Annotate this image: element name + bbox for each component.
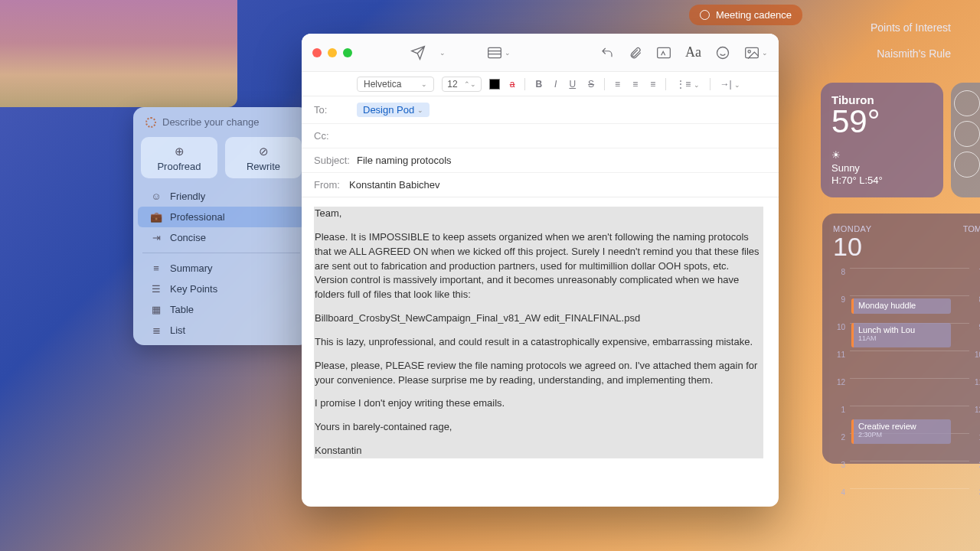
subject-label: Subject: xyxy=(314,155,357,166)
points-of-interest-link[interactable]: Points of Interest xyxy=(871,21,951,34)
clock-icon xyxy=(954,121,980,147)
separator xyxy=(142,253,300,253)
underline-button[interactable]: U xyxy=(567,79,578,90)
cc-row[interactable]: Cc: xyxy=(302,124,779,148)
send-options-dropdown[interactable]: ⌄ xyxy=(439,49,446,57)
hour-row: 1110 xyxy=(833,350,980,378)
calendar-tomorrow-label: TOM xyxy=(963,224,980,233)
meeting-cadence-tag[interactable]: Meeting cadence xyxy=(689,5,802,25)
zoom-button[interactable] xyxy=(343,48,352,57)
separator xyxy=(710,78,710,90)
subject-value: File naming protocols xyxy=(357,155,452,166)
selected-text: Team, Please. It is IMPOSSIBLE to keep a… xyxy=(314,207,763,458)
smile-icon: ☺ xyxy=(150,191,162,202)
chevron-updown-icon: ⌄ xyxy=(421,80,427,88)
strikethrough-button[interactable]: S xyxy=(586,79,596,90)
format-keypoints[interactable]: ☰Key Points xyxy=(138,279,305,299)
format-button[interactable]: Aa xyxy=(685,44,701,60)
concise-label: Concise xyxy=(170,232,206,243)
hour-row: 43 xyxy=(833,488,980,516)
weather-condition: Sunny xyxy=(831,162,933,174)
sparkle-icon xyxy=(145,117,156,128)
calendar-event[interactable]: Lunch with Lou11AM xyxy=(851,323,951,347)
markup-button[interactable] xyxy=(656,46,671,60)
compose-window: ⌄ ⌄ Aa ⌄ Helvetica⌄ 12⌃⌄ a B I U S ≡ ≡ ≡… xyxy=(302,34,779,507)
list-button[interactable]: ⋮≡ ⌄ xyxy=(674,79,701,90)
body-paragraph: Billboard_CrosbySt_NewCampaign_Final_v81… xyxy=(315,311,763,326)
weather-widget[interactable]: Tiburon 59° ☀︎ Sunny H:70° L:54° xyxy=(821,83,943,197)
to-label: To: xyxy=(314,104,357,116)
recipient-name: Design Pod xyxy=(363,104,414,116)
close-button[interactable] xyxy=(312,48,322,57)
minimize-button[interactable] xyxy=(328,48,337,57)
svg-point-2 xyxy=(717,47,729,58)
tone-professional[interactable]: 💼Professional xyxy=(138,207,305,227)
chevron-down-icon: ⌄ xyxy=(417,106,423,114)
photo-button[interactable]: ⌄ xyxy=(744,46,768,60)
font-size: 12 xyxy=(447,79,457,90)
emoji-button[interactable] xyxy=(715,45,730,60)
table-label: Table xyxy=(170,304,194,315)
proofread-button[interactable]: ⊕ Proofread xyxy=(141,137,217,178)
grid-icon: ▦ xyxy=(150,304,162,315)
header-fields-button[interactable]: ⌄ xyxy=(487,46,511,60)
describe-change-prompt[interactable]: Describe your change xyxy=(133,107,309,137)
pencil-circle-icon: ⊘ xyxy=(228,145,299,158)
from-row[interactable]: From: Konstantin Babichev xyxy=(302,173,779,197)
clock-icon xyxy=(954,90,980,116)
recipient-pill[interactable]: Design Pod⌄ xyxy=(357,103,430,117)
meeting-tag-label: Meeting cadence xyxy=(716,9,792,21)
bold-button[interactable]: B xyxy=(533,79,544,90)
message-body[interactable]: Team, Please. It is IMPOSSIBLE to keep a… xyxy=(302,197,779,507)
text-color-swatch[interactable] xyxy=(489,79,500,90)
format-list[interactable]: ≣List xyxy=(138,320,305,341)
format-bar: Helvetica⌄ 12⌃⌄ a B I U S ≡ ≡ ≡ ⋮≡ ⌄ →| … xyxy=(302,72,779,96)
svg-rect-0 xyxy=(488,47,501,57)
calendar-event[interactable]: Monday huddle xyxy=(851,298,951,314)
calendar-widget[interactable]: MONDAY 10 TOM 879810911101211112213243Mo… xyxy=(822,214,980,464)
send-button[interactable] xyxy=(410,45,426,60)
compress-icon: ⇥ xyxy=(150,232,162,243)
separator xyxy=(665,78,666,90)
bullets-icon: ☰ xyxy=(150,283,162,295)
font-family-select[interactable]: Helvetica⌄ xyxy=(357,77,434,92)
list-icon: ≣ xyxy=(150,324,162,336)
align-right-button[interactable]: ≡ xyxy=(648,79,658,90)
reply-button[interactable] xyxy=(599,46,615,60)
tone-friendly[interactable]: ☺Friendly xyxy=(138,186,305,207)
format-summary[interactable]: ≡Summary xyxy=(138,258,305,279)
calendar-daynumber: 10 xyxy=(833,232,980,262)
body-paragraph: Team, xyxy=(315,207,763,221)
italic-button[interactable]: I xyxy=(552,79,559,90)
attach-button[interactable] xyxy=(629,45,642,60)
separator xyxy=(524,78,525,90)
keypoints-label: Key Points xyxy=(170,283,217,295)
rewrite-button[interactable]: ⊘ Rewrite xyxy=(225,137,302,178)
subject-row[interactable]: Subject: File naming protocols xyxy=(302,148,779,173)
sun-icon: ☀︎ xyxy=(831,149,933,161)
tone-concise[interactable]: ⇥Concise xyxy=(138,227,305,248)
calendar-event[interactable]: Creative review2:30PM xyxy=(851,419,951,444)
calendar-grid: 879810911101211112213243Monday huddleLun… xyxy=(833,268,980,455)
body-paragraph: Konstantin xyxy=(315,444,763,458)
format-table[interactable]: ▦Table xyxy=(138,299,305,320)
naismith-rule-link[interactable]: Naismith's Rule xyxy=(877,47,951,60)
strike-color-button[interactable]: a xyxy=(508,79,518,90)
proofread-label: Proofread xyxy=(157,161,201,172)
align-left-button[interactable]: ≡ xyxy=(612,79,622,90)
list-label: List xyxy=(170,324,185,336)
body-paragraph: I promise I don't enjoy writing these em… xyxy=(315,396,763,411)
separator xyxy=(604,78,605,90)
magnify-icon: ⊕ xyxy=(144,145,214,158)
align-center-button[interactable]: ≡ xyxy=(630,79,640,90)
world-clock-widget[interactable] xyxy=(951,83,980,197)
titlebar: ⌄ ⌄ Aa ⌄ xyxy=(302,34,779,72)
weather-hilo: H:70° L:54° xyxy=(831,174,933,186)
to-row[interactable]: To: Design Pod⌄ xyxy=(302,96,779,124)
body-paragraph: Please, please, PLEASE review the file n… xyxy=(315,359,763,388)
font-size-stepper[interactable]: 12⌃⌄ xyxy=(442,77,481,92)
indent-button[interactable]: →| ⌄ xyxy=(718,79,743,90)
friendly-label: Friendly xyxy=(170,191,205,202)
clock-icon xyxy=(954,152,980,178)
lines-icon: ≡ xyxy=(150,262,162,274)
